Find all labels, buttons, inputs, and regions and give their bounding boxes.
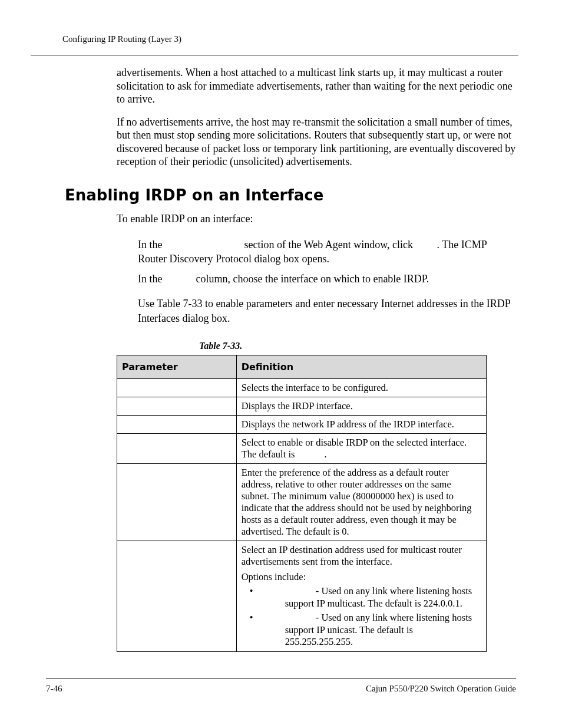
step-1-text-a: In the	[138, 239, 165, 251]
options-label: Options include:	[242, 571, 481, 583]
cell-parameter	[117, 541, 237, 651]
table-caption: Table 7-33.	[199, 341, 516, 351]
option-2-text: - Used on any link where listening hosts…	[285, 612, 472, 647]
page: Configuring IP Routing (Layer 3) adverti…	[0, 0, 562, 728]
cell-definition: Displays the IRDP interface.	[236, 397, 486, 415]
cell-definition: Select an IP destination address used fo…	[236, 541, 486, 651]
footer-rule	[46, 678, 516, 678]
section-heading: Enabling IRDP on an Interface	[65, 186, 323, 204]
cell-parameter	[117, 378, 237, 397]
step-2-text-b: column, choose the interface on which to…	[193, 273, 429, 285]
section-intro: To enable IRDP on an interface:	[117, 212, 516, 226]
running-header: Configuring IP Routing (Layer 3)	[62, 34, 181, 44]
cell-top-text: Select an IP destination address used fo…	[242, 544, 481, 568]
table-row: Displays the IRDP interface.	[117, 397, 487, 415]
footer-page-number: 7-46	[46, 684, 62, 694]
option-1-text: - Used on any link where listening hosts…	[285, 585, 472, 609]
cell-definition: Displays the network IP address of the I…	[236, 415, 486, 433]
section-body: To enable IRDP on an interface: In the s…	[117, 212, 516, 652]
footer-guide-title: Cajun P550/P220 Switch Operation Guide	[366, 684, 516, 694]
paragraph-1: advertisements. When a host attached to …	[117, 66, 516, 106]
paragraph-2: If no advertisements arrive, the host ma…	[117, 116, 516, 169]
step-2-text-a: In the	[138, 273, 165, 285]
col-header-definition: Definition	[236, 355, 486, 378]
cell-parameter	[117, 415, 237, 433]
bullet-icon: •	[250, 612, 262, 624]
header-rule	[31, 55, 518, 55]
cell-definition: Enter the preference of the address as a…	[236, 463, 486, 541]
parameters-table: Parameter Definition Selects the interfa…	[117, 355, 487, 652]
step-3: Use Table 7-33 to enable parameters and …	[138, 297, 516, 325]
table-row: Enter the preference of the address as a…	[117, 463, 487, 541]
option-item: • - Used on any link where listening hos…	[250, 585, 481, 610]
cell-parameter	[117, 463, 237, 541]
cell-text-b: .	[325, 449, 327, 460]
step-1-text-b: section of the Web Agent window, click	[242, 239, 416, 251]
bullet-icon: •	[250, 585, 262, 597]
cell-definition: Selects the interface to be configured.	[236, 378, 486, 397]
cell-definition: Select to enable or disable IRDP on the …	[236, 433, 486, 463]
col-header-parameter: Parameter	[117, 355, 237, 378]
cell-parameter	[117, 397, 237, 415]
table-row: Displays the network IP address of the I…	[117, 415, 487, 433]
step-2: In the column, choose the interface on w…	[138, 272, 516, 286]
table-row: Select an IP destination address used fo…	[117, 541, 487, 651]
option-item: • - Used on any link where listening hos…	[250, 612, 481, 648]
table-header-row: Parameter Definition	[117, 355, 487, 378]
table-row: Select to enable or disable IRDP on the …	[117, 433, 487, 463]
step-1: In the section of the Web Agent window, …	[138, 238, 516, 266]
cell-parameter	[117, 433, 237, 463]
table-row: Selects the interface to be configured.	[117, 378, 487, 397]
body-content: advertisements. When a host attached to …	[117, 66, 516, 178]
cell-text-a: Select to enable or disable IRDP on the …	[242, 437, 467, 460]
